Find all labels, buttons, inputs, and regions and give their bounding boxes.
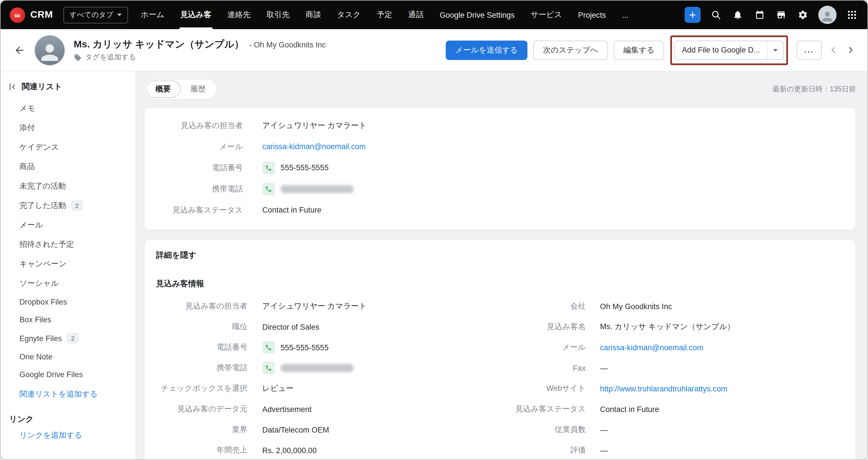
add-link-link[interactable]: リンクを追加する xyxy=(1,425,90,440)
sidebar-item[interactable]: ケイデンス xyxy=(1,138,135,157)
calendar-icon[interactable] xyxy=(753,8,766,21)
sidebar-item[interactable]: 商品 xyxy=(1,157,135,177)
field-value-text: Data/Telecom OEM xyxy=(262,425,329,434)
chevron-right-icon xyxy=(846,46,855,54)
quick-create-button[interactable]: + xyxy=(685,7,701,23)
nav-item[interactable]: 通話 xyxy=(400,1,432,29)
field-value[interactable]: carissa-kidman@noemail.com xyxy=(262,142,366,151)
nav-item[interactable]: タスク xyxy=(329,1,369,29)
sidebar-item-label: One Note xyxy=(20,352,53,361)
field-value[interactable]: Data/Telecom OEM xyxy=(262,425,329,434)
sidebar-item[interactable]: ソーシャル xyxy=(1,274,135,293)
zoho-crm-logo[interactable]: ∞ xyxy=(10,7,25,23)
add-related-list-link[interactable]: 関連リストを追加する xyxy=(1,384,106,399)
nav-item[interactable]: Projects xyxy=(570,1,614,29)
field-row: Fax — xyxy=(500,358,856,378)
count-badge: 2 xyxy=(67,333,79,343)
sidebar-item[interactable]: 未完了の活動 xyxy=(1,177,135,196)
add-tag-button[interactable]: タグを追加する xyxy=(74,53,326,62)
search-icon[interactable] xyxy=(710,8,722,21)
field-value-text: Rs. 2,00,000.00 xyxy=(262,446,317,455)
previous-record-button[interactable] xyxy=(828,41,839,59)
field-value[interactable]: — xyxy=(600,446,608,455)
field-value[interactable]: アイシュワリヤー カマラート xyxy=(262,301,367,311)
settings-gear-icon[interactable] xyxy=(797,8,809,21)
details-right-column: 会社 Oh My Goodknits Inc 見込み客名 xyxy=(500,296,856,459)
add-file-dropdown-toggle[interactable] xyxy=(767,40,784,60)
nav-item[interactable]: Google Drive Settings xyxy=(432,1,523,29)
sidebar-item[interactable]: キャンペーン xyxy=(1,254,135,274)
sidebar-item[interactable]: 添付 xyxy=(1,118,135,138)
more-actions-button[interactable]: ... xyxy=(797,40,822,60)
sidebar-item-label: 招待された予定 xyxy=(20,239,74,250)
sidebar-item[interactable]: One Note xyxy=(1,348,135,366)
field-value[interactable]: — xyxy=(600,364,608,372)
nav-item[interactable]: ... xyxy=(614,1,637,29)
field-value-text: レビュー xyxy=(262,384,294,394)
sidebar-item[interactable]: Box Files xyxy=(1,311,135,329)
field-row: 見込み客の担当者 アイシュワリヤー カマラート xyxy=(145,115,856,136)
field-value[interactable]: 555-555-5555 xyxy=(262,341,329,354)
field-value[interactable]: carissa-kidman@noemail.com xyxy=(600,343,704,352)
sidebar-item[interactable]: Google Drive Files xyxy=(1,366,135,384)
field-label: 年間売上 xyxy=(145,445,247,455)
field-value[interactable]: Contact in Future xyxy=(262,206,321,214)
field-value[interactable] xyxy=(262,362,354,374)
sidebar-item[interactable]: Dropbox Files xyxy=(1,293,135,311)
sidebar-item[interactable]: Egnyte Files 2 xyxy=(1,329,135,348)
user-avatar[interactable] xyxy=(818,6,837,24)
redacted-value xyxy=(281,364,354,372)
topbar: ∞ CRM すべてのタブ ホーム 見込み客 連絡先 取引先 商談 タスク 予定 xyxy=(1,1,867,29)
field-value[interactable]: Advertisement xyxy=(262,405,312,413)
back-arrow-icon[interactable] xyxy=(12,42,27,57)
marketplace-icon[interactable] xyxy=(775,8,787,21)
field-value[interactable]: Oh My Goodknits Inc xyxy=(600,302,672,311)
field-value[interactable]: Director of Sales xyxy=(262,323,319,331)
edit-button[interactable]: 編集する xyxy=(614,40,664,60)
nav-item[interactable]: 取引先 xyxy=(258,1,298,29)
nav-item[interactable]: サービス xyxy=(523,1,570,29)
field-label: 従業員数 xyxy=(500,425,586,435)
add-file-google-drive-button[interactable]: Add File to Google D... xyxy=(675,40,768,60)
nav-item[interactable]: ホーム xyxy=(133,1,172,29)
field-value[interactable]: — xyxy=(600,425,608,434)
field-row: 携帯電話 xyxy=(145,178,856,200)
sidebar-item[interactable]: メモ xyxy=(1,99,135,118)
sidebar-item[interactable]: 完了した活動 2 xyxy=(1,196,135,215)
chevron-down-icon xyxy=(117,14,122,18)
sidebar-item[interactable]: 招待された予定 xyxy=(1,235,135,254)
sidebar-item-label: 未完了の活動 xyxy=(20,181,66,191)
field-value[interactable]: アイシュワリヤー カマラート xyxy=(262,120,367,130)
summary-card: 見込み客の担当者 アイシュワリヤー カマラート メール carissa-kidm… xyxy=(144,108,856,230)
related-list-items: メモ 添付 ケイデンス 商品 未 xyxy=(1,99,135,384)
field-label: 会社 xyxy=(500,301,586,311)
field-label: Webサイト xyxy=(500,384,586,394)
tab-selector-dropdown[interactable]: すべてのタブ xyxy=(63,7,128,23)
field-row: 評価 — xyxy=(500,440,856,459)
collapse-panel-icon[interactable] xyxy=(8,83,17,91)
apps-grid-icon[interactable] xyxy=(846,8,858,21)
tab[interactable]: 概要 xyxy=(146,81,181,98)
nav-item[interactable]: 予定 xyxy=(369,1,400,29)
field-label: 電話番号 xyxy=(145,162,243,173)
tab[interactable]: 履歴 xyxy=(181,81,215,98)
nav-item[interactable]: 見込み客 xyxy=(172,1,219,29)
topbar-actions: + xyxy=(685,6,858,24)
field-row: チェックボックスを選択 レビュー xyxy=(145,378,500,399)
field-value[interactable] xyxy=(262,183,354,195)
field-value[interactable]: http://www.truhlarandtruhlarattys.com xyxy=(600,384,727,393)
next-record-button[interactable] xyxy=(844,41,856,59)
hide-details-toggle[interactable]: 詳細を隠す xyxy=(145,249,208,262)
field-value[interactable]: Ms. カリッサ キッドマン（サンプル） xyxy=(600,322,735,332)
field-value[interactable]: Rs. 2,00,000.00 xyxy=(262,446,317,455)
field-value[interactable]: Contact in Future xyxy=(600,405,659,413)
next-step-button[interactable]: 次のステップへ xyxy=(533,40,608,60)
nav-item[interactable]: 連絡先 xyxy=(219,1,258,29)
notifications-bell-icon[interactable] xyxy=(732,8,744,21)
nav-item[interactable]: 商談 xyxy=(298,1,329,29)
send-mail-button[interactable]: メールを送信する xyxy=(446,40,528,60)
contact-photo-avatar[interactable] xyxy=(35,35,65,65)
field-value[interactable]: レビュー xyxy=(262,384,294,394)
sidebar-item[interactable]: メール xyxy=(1,215,135,235)
field-value[interactable]: 555-555-5555 xyxy=(262,161,329,174)
